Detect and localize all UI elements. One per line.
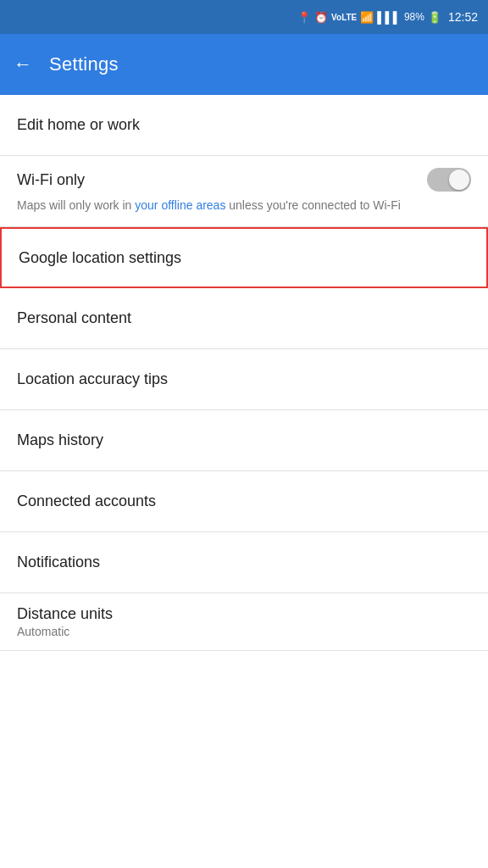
location-accuracy-tips-label: Location accuracy tips <box>17 370 168 388</box>
distance-units-label: Distance units <box>17 605 471 623</box>
location-icon: 📍 <box>297 11 311 24</box>
menu-item-google-location-settings[interactable]: Google location settings <box>0 227 488 288</box>
wifi-description: Maps will only work in your offline area… <box>17 197 471 214</box>
battery-text: 98% <box>404 11 424 23</box>
connected-accounts-label: Connected accounts <box>17 492 156 510</box>
wifi-status-icon: 📶 <box>360 11 374 24</box>
menu-item-location-accuracy-tips[interactable]: Location accuracy tips <box>0 349 488 410</box>
wifi-toggle[interactable] <box>427 168 471 192</box>
distance-units-sub: Automatic <box>17 625 471 638</box>
status-time: 12:52 <box>448 10 478 24</box>
volte-icon: VoLTE <box>331 13 357 22</box>
google-location-settings-label: Google location settings <box>19 249 181 267</box>
menu-item-personal-content[interactable]: Personal content <box>0 288 488 349</box>
battery-icon: 🔋 <box>428 11 441 24</box>
menu-item-wifi-only[interactable]: Wi-Fi only Maps will only work in your o… <box>0 156 488 227</box>
status-icons: 📍 ⏰ VoLTE 📶 ▌▌▌ 98% 🔋 12:52 <box>297 10 478 24</box>
maps-history-label: Maps history <box>17 431 103 449</box>
page-title: Settings <box>49 53 119 75</box>
menu-item-maps-history[interactable]: Maps history <box>0 410 488 471</box>
menu-item-notifications[interactable]: Notifications <box>0 532 488 593</box>
settings-list: Edit home or work Wi-Fi only Maps will o… <box>0 95 488 651</box>
signal-icon: ▌▌▌ <box>377 11 401 24</box>
app-bar: ← Settings <box>0 34 488 95</box>
wifi-only-label: Wi-Fi only <box>17 171 85 189</box>
offline-areas-link[interactable]: your offline areas <box>135 198 225 212</box>
notifications-label: Notifications <box>17 554 100 571</box>
status-bar: 📍 ⏰ VoLTE 📶 ▌▌▌ 98% 🔋 12:52 <box>0 0 488 34</box>
menu-item-connected-accounts[interactable]: Connected accounts <box>0 471 488 532</box>
menu-item-edit-home-work[interactable]: Edit home or work <box>0 95 488 156</box>
toggle-thumb <box>449 170 469 190</box>
alarm-icon: ⏰ <box>314 11 328 24</box>
edit-home-work-label: Edit home or work <box>17 116 140 134</box>
menu-item-distance-units[interactable]: Distance units Automatic <box>0 593 488 651</box>
personal-content-label: Personal content <box>17 309 131 327</box>
wifi-top-row: Wi-Fi only <box>17 168 471 192</box>
back-button[interactable]: ← <box>14 53 32 75</box>
